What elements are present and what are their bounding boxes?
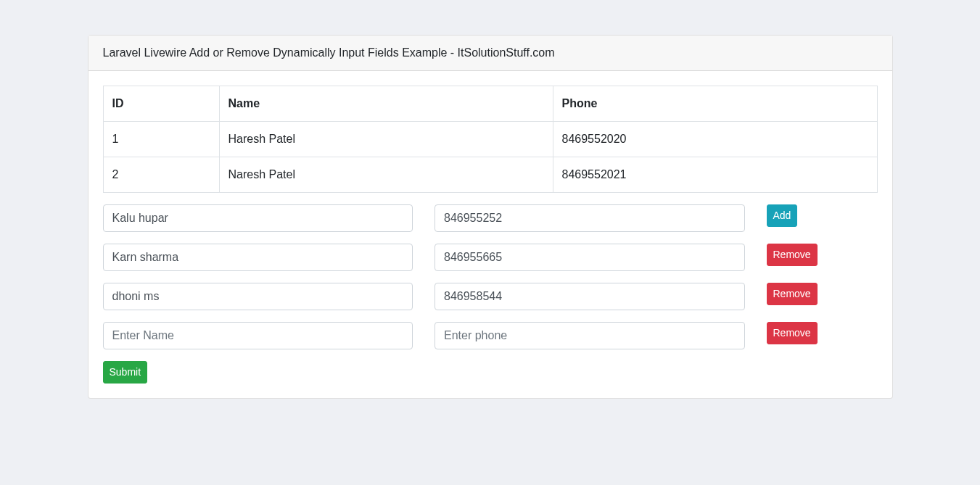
main-card: Laravel Livewire Add or Remove Dynamical… [88, 35, 893, 399]
input-row: Remove [92, 322, 889, 349]
remove-button[interactable]: Remove [767, 283, 818, 305]
cell-phone: 8469552021 [553, 157, 877, 193]
remove-button[interactable]: Remove [767, 244, 818, 266]
add-button[interactable]: Add [767, 204, 798, 227]
phone-input[interactable] [435, 244, 745, 271]
page-title: Laravel Livewire Add or Remove Dynamical… [103, 46, 555, 59]
table-row: 2 Naresh Patel 8469552021 [103, 157, 877, 193]
name-input[interactable] [103, 283, 413, 310]
employees-table: ID Name Phone 1 Haresh Patel 8469552020 … [103, 86, 878, 193]
name-input[interactable] [103, 204, 413, 232]
name-input[interactable] [103, 244, 413, 271]
cell-name: Naresh Patel [219, 157, 553, 193]
table-header-id: ID [103, 86, 219, 122]
cell-id: 1 [103, 122, 219, 157]
card-header: Laravel Livewire Add or Remove Dynamical… [88, 36, 892, 71]
phone-input[interactable] [435, 204, 745, 232]
phone-input[interactable] [435, 322, 745, 349]
cell-id: 2 [103, 157, 219, 193]
remove-button[interactable]: Remove [767, 322, 818, 344]
cell-phone: 8469552020 [553, 122, 877, 157]
cell-name: Haresh Patel [219, 122, 553, 157]
table-header-row: ID Name Phone [103, 86, 877, 122]
input-row: Remove [92, 244, 889, 271]
table-row: 1 Haresh Patel 8469552020 [103, 122, 877, 157]
input-row: Remove [92, 283, 889, 310]
phone-input[interactable] [435, 283, 745, 310]
card-body: ID Name Phone 1 Haresh Patel 8469552020 … [88, 71, 892, 398]
table-header-name: Name [219, 86, 553, 122]
name-input[interactable] [103, 322, 413, 349]
table-header-phone: Phone [553, 86, 877, 122]
submit-button[interactable]: Submit [103, 361, 148, 384]
input-row: Add [92, 204, 889, 232]
